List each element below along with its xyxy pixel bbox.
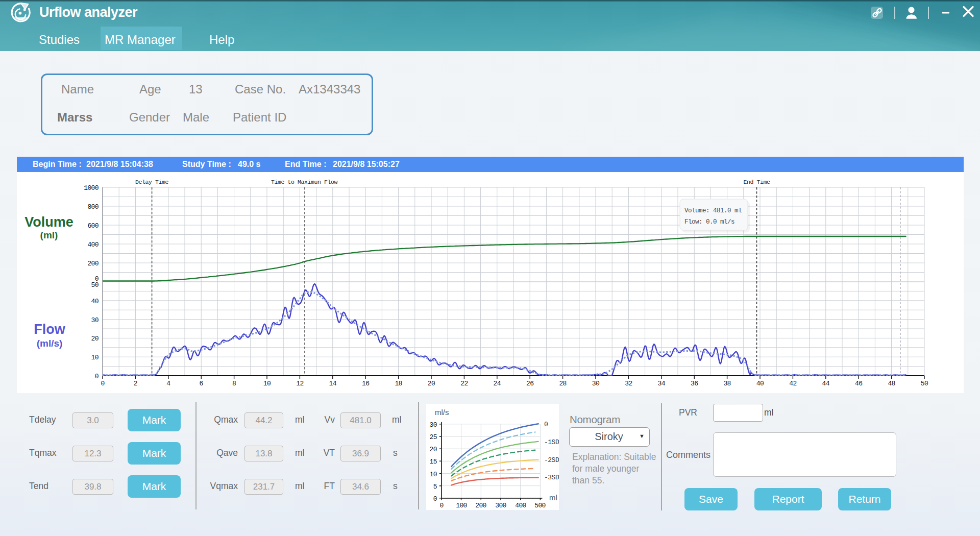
svg-text:ml/s: ml/s bbox=[435, 408, 449, 417]
svg-text:30: 30 bbox=[592, 380, 599, 387]
svg-text:22: 22 bbox=[460, 380, 468, 387]
svg-text:ml: ml bbox=[549, 493, 557, 502]
svg-text:42: 42 bbox=[789, 380, 796, 387]
svg-text:34: 34 bbox=[658, 380, 666, 387]
svg-text:300: 300 bbox=[495, 502, 506, 509]
svg-text:14: 14 bbox=[329, 380, 337, 387]
svg-text:(ml): (ml) bbox=[40, 230, 58, 240]
svg-text:Delay Time: Delay Time bbox=[135, 179, 169, 185]
svg-text:38: 38 bbox=[723, 380, 730, 387]
svg-text:36: 36 bbox=[691, 380, 698, 387]
svg-text:4: 4 bbox=[166, 380, 170, 387]
svg-text:-2SD: -2SD bbox=[544, 456, 559, 464]
svg-text:End Time: End Time bbox=[744, 179, 771, 185]
svg-text:-1SD: -1SD bbox=[544, 438, 559, 446]
svg-text:200: 200 bbox=[87, 260, 99, 267]
svg-text:28: 28 bbox=[559, 380, 566, 387]
svg-text:5: 5 bbox=[433, 483, 437, 491]
svg-text:0: 0 bbox=[439, 502, 443, 509]
svg-text:600: 600 bbox=[87, 222, 99, 230]
svg-text:20: 20 bbox=[428, 380, 435, 387]
svg-text:44: 44 bbox=[822, 380, 830, 387]
svg-text:100: 100 bbox=[456, 502, 467, 509]
svg-text:500: 500 bbox=[534, 502, 546, 509]
svg-text:Volume: 481.0 ml: Volume: 481.0 ml bbox=[684, 207, 742, 214]
svg-text:(ml/s): (ml/s) bbox=[37, 338, 63, 349]
svg-text:40: 40 bbox=[91, 298, 99, 305]
svg-text:10: 10 bbox=[430, 471, 437, 478]
svg-text:400: 400 bbox=[515, 502, 526, 509]
svg-text:0: 0 bbox=[433, 495, 437, 503]
svg-text:30: 30 bbox=[91, 316, 99, 324]
svg-text:0: 0 bbox=[101, 380, 104, 387]
svg-text:Flow: 0.0 ml/s: Flow: 0.0 ml/s bbox=[684, 218, 734, 226]
svg-text:24: 24 bbox=[494, 380, 501, 387]
svg-text:50: 50 bbox=[921, 380, 928, 387]
svg-text:400: 400 bbox=[87, 241, 99, 249]
svg-text:200: 200 bbox=[475, 502, 486, 509]
svg-text:30: 30 bbox=[430, 421, 437, 429]
svg-text:10: 10 bbox=[263, 380, 271, 387]
svg-text:32: 32 bbox=[625, 380, 632, 387]
svg-text:0: 0 bbox=[544, 421, 548, 428]
svg-text:26: 26 bbox=[526, 380, 533, 387]
svg-text:Volume: Volume bbox=[24, 214, 74, 230]
svg-text:25: 25 bbox=[430, 433, 437, 441]
svg-text:6: 6 bbox=[200, 380, 203, 387]
svg-text:-3SD: -3SD bbox=[544, 474, 559, 481]
svg-text:0: 0 bbox=[95, 373, 99, 380]
svg-text:2: 2 bbox=[134, 380, 137, 387]
svg-text:18: 18 bbox=[395, 380, 402, 387]
svg-text:12: 12 bbox=[296, 380, 303, 387]
svg-text:16: 16 bbox=[362, 380, 369, 387]
svg-text:800: 800 bbox=[87, 203, 99, 211]
svg-text:Flow: Flow bbox=[34, 322, 65, 337]
svg-text:20: 20 bbox=[430, 446, 437, 453]
svg-text:15: 15 bbox=[430, 458, 437, 466]
svg-text:1000: 1000 bbox=[84, 184, 99, 192]
svg-text:20: 20 bbox=[91, 335, 99, 343]
svg-text:Time to Maximun Flow: Time to Maximun Flow bbox=[271, 179, 338, 185]
svg-text:46: 46 bbox=[855, 380, 862, 387]
svg-text:48: 48 bbox=[888, 380, 895, 387]
svg-text:10: 10 bbox=[91, 354, 99, 361]
svg-text:40: 40 bbox=[756, 380, 764, 387]
svg-text:50: 50 bbox=[91, 281, 99, 289]
svg-text:8: 8 bbox=[232, 380, 236, 387]
